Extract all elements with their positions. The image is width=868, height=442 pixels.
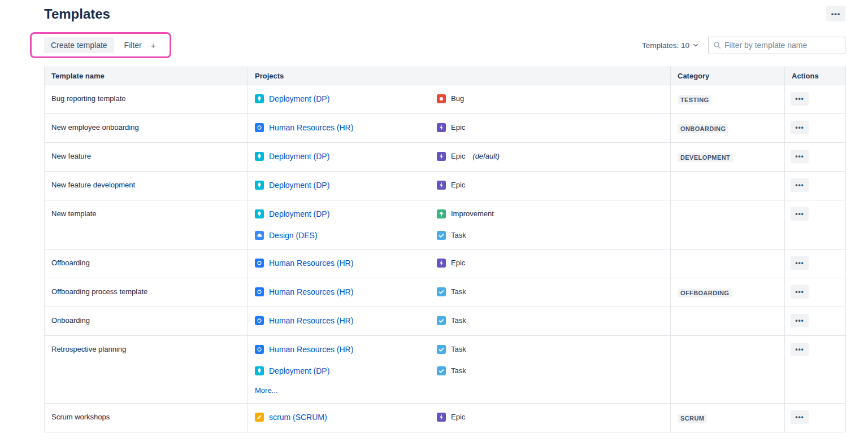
- more-link[interactable]: More...: [255, 386, 277, 395]
- ellipsis-icon: •••: [795, 345, 804, 353]
- page-more-button[interactable]: •••: [826, 6, 845, 21]
- project-link[interactable]: Deployment (DP): [255, 365, 437, 377]
- deployment-project-icon: [255, 366, 264, 375]
- project-entries: Human Resources (HR) Epic: [255, 257, 663, 269]
- template-name: Scrum workshops: [51, 413, 110, 421]
- row-actions-button[interactable]: •••: [791, 207, 809, 221]
- task-issue-icon: [437, 287, 446, 296]
- toolbar-right: Templates: 10: [642, 37, 845, 54]
- category-badge: SCRUM: [678, 414, 707, 423]
- hr-project-icon: [255, 259, 264, 268]
- table-row: Offboarding Human Resources (HR) Epic ••…: [45, 250, 846, 278]
- ellipsis-icon: •••: [795, 288, 804, 296]
- scrum-project-icon: [255, 413, 264, 422]
- task-issue-icon: [437, 231, 446, 240]
- project-link[interactable]: Human Resources (HR): [255, 344, 437, 355]
- project-link[interactable]: Deployment (DP): [255, 180, 437, 191]
- row-actions-button[interactable]: •••: [791, 343, 809, 356]
- row-actions-button[interactable]: •••: [791, 92, 809, 106]
- project-link-label: Human Resources (HR): [269, 257, 353, 269]
- issue-type: Task: [437, 286, 466, 297]
- table-row: New feature Deployment (DP) Epic (defaul…: [45, 143, 846, 172]
- project-link[interactable]: Design (DES): [255, 230, 437, 241]
- issue-type: Task: [437, 365, 466, 377]
- toolbar: Create template Filter + Templates: 10: [44, 32, 845, 58]
- col-header-actions: Actions: [785, 67, 846, 85]
- improvement-issue-icon: [437, 209, 446, 218]
- add-filter-button[interactable]: +: [151, 41, 156, 50]
- project-link[interactable]: scrum (SCRUM): [255, 412, 437, 423]
- row-actions-button[interactable]: •••: [791, 314, 809, 327]
- project-link[interactable]: Human Resources (HR): [255, 315, 437, 326]
- ellipsis-icon: •••: [795, 152, 804, 160]
- template-name: New feature development: [51, 181, 135, 189]
- row-actions-button[interactable]: •••: [791, 178, 809, 192]
- filter-button[interactable]: Filter: [124, 41, 142, 50]
- project-link[interactable]: Human Resources (HR): [255, 257, 437, 269]
- search-icon: [713, 41, 721, 49]
- task-issue-icon: [437, 316, 446, 325]
- table-row: New feature development Deployment (DP) …: [45, 172, 846, 200]
- ellipsis-icon: •••: [795, 181, 804, 189]
- project-entries: Human Resources (HR) Task: [255, 315, 663, 326]
- epic-issue-icon: [437, 413, 446, 422]
- project-link[interactable]: Deployment (DP): [255, 151, 437, 162]
- row-actions-button[interactable]: •••: [791, 256, 809, 270]
- table-row: Onboarding Human Resources (HR) Task •••: [45, 307, 846, 336]
- project-entries: Deployment (DP) Bug: [255, 93, 663, 104]
- project-entries: scrum (SCRUM) Epic: [255, 412, 663, 423]
- row-actions-button[interactable]: •••: [791, 121, 809, 134]
- template-name: New template: [51, 209, 96, 218]
- row-actions-button[interactable]: •••: [791, 285, 809, 299]
- create-template-button[interactable]: Create template: [44, 37, 114, 53]
- col-header-category: Category: [671, 67, 785, 85]
- template-name: Offboarding: [51, 259, 90, 267]
- template-name: New employee onboarding: [51, 123, 139, 132]
- project-link[interactable]: Human Resources (HR): [255, 122, 437, 133]
- category-badge: DEVELOPMENT: [678, 153, 733, 162]
- project-link[interactable]: Human Resources (HR): [255, 286, 437, 297]
- hr-project-icon: [255, 123, 264, 132]
- row-actions-button[interactable]: •••: [791, 150, 809, 163]
- category-badge: ONBOARDING: [678, 124, 728, 133]
- templates-count-dropdown[interactable]: Templates: 10: [642, 41, 699, 50]
- hr-project-icon: [255, 316, 264, 325]
- task-issue-icon: [437, 366, 446, 375]
- row-actions-button[interactable]: •••: [791, 410, 809, 424]
- issue-type: Task: [437, 344, 466, 355]
- epic-issue-icon: [437, 123, 446, 132]
- deployment-project-icon: [255, 181, 264, 190]
- project-entries: Deployment (DP) Improvement Design (DES)…: [255, 208, 663, 241]
- project-link[interactable]: Deployment (DP): [255, 208, 437, 220]
- issue-type-label: Task: [451, 286, 466, 297]
- template-search-input[interactable]: [724, 37, 840, 54]
- ellipsis-icon: •••: [795, 259, 804, 267]
- table-header-row: Template name Projects Category Actions: [45, 67, 846, 85]
- issue-type-label: Epic: [451, 180, 465, 191]
- ellipsis-icon: •••: [795, 95, 804, 103]
- ellipsis-icon: •••: [795, 124, 804, 132]
- table-row: New employee onboarding Human Resources …: [45, 114, 846, 143]
- hr-project-icon: [255, 345, 264, 354]
- project-entries: Deployment (DP) Epic (default): [255, 151, 663, 162]
- project-link[interactable]: Deployment (DP): [255, 93, 437, 104]
- issue-type-default-suffix: (default): [472, 151, 500, 162]
- category-badge: TESTING: [678, 95, 711, 104]
- epic-issue-icon: [437, 181, 446, 190]
- deployment-project-icon: [255, 209, 264, 218]
- table-row: Offboarding process template Human Resou…: [45, 278, 846, 307]
- epic-issue-icon: [437, 152, 446, 161]
- table-row: Retrospective planning Human Resources (…: [45, 336, 846, 404]
- issue-type-label: Task: [451, 365, 466, 377]
- project-link-label: Deployment (DP): [269, 208, 329, 220]
- templates-count-label: Templates: 10: [642, 41, 689, 50]
- issue-type-label: Task: [451, 344, 466, 355]
- project-entries: Human Resources (HR) Task Deployment (DP…: [255, 344, 663, 377]
- issue-type: Epic: [437, 122, 465, 133]
- issue-type-label: Epic: [451, 122, 465, 133]
- table-body: Bug reporting template Deployment (DP) B…: [45, 85, 846, 432]
- issue-type: Bug: [437, 93, 464, 104]
- issue-type: Task: [437, 315, 466, 326]
- issue-type: Epic (default): [437, 151, 500, 162]
- issue-type-label: Epic: [451, 412, 465, 423]
